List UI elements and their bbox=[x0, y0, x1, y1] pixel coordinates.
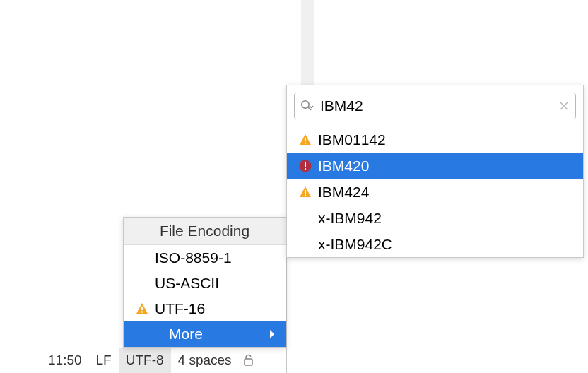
search-icon[interactable] bbox=[300, 100, 314, 112]
svg-line-4 bbox=[308, 107, 311, 110]
clear-icon[interactable] bbox=[558, 100, 570, 112]
svg-rect-11 bbox=[305, 168, 306, 170]
status-indent[interactable]: 4 spaces bbox=[171, 348, 239, 373]
search-input[interactable] bbox=[320, 97, 558, 114]
encoding-result-item[interactable]: IBM420 bbox=[287, 153, 583, 179]
encoding-result-item[interactable]: x-IBM942 bbox=[287, 205, 583, 231]
lock-icon[interactable] bbox=[239, 354, 258, 367]
encoding-item-label: US-ASCII bbox=[155, 275, 278, 292]
svg-rect-8 bbox=[305, 142, 306, 143]
encoding-result-label: IBM424 bbox=[318, 184, 369, 201]
warning-icon bbox=[298, 185, 318, 199]
encoding-result-label: IBM420 bbox=[318, 158, 369, 174]
encoding-item[interactable]: US-ASCII bbox=[124, 271, 286, 296]
encoding-result-label: x-IBM942C bbox=[318, 236, 392, 253]
search-box bbox=[294, 93, 576, 119]
encoding-result-label: x-IBM942 bbox=[318, 210, 382, 227]
encoding-result-label: IBM01142 bbox=[318, 131, 386, 148]
encoding-popup-title: File Encoding bbox=[124, 218, 286, 245]
warning-icon bbox=[135, 302, 155, 316]
encoding-result-item[interactable]: x-IBM942C bbox=[287, 231, 583, 257]
svg-point-3 bbox=[302, 101, 309, 108]
encoding-more-popup: IBM01142 IBM420 IBM424x-IBM942x-IBM942C bbox=[286, 85, 584, 258]
svg-rect-0 bbox=[245, 359, 252, 365]
encoding-item[interactable]: UTF-16 bbox=[124, 296, 286, 321]
encoding-item-label: More bbox=[169, 326, 269, 343]
error-icon bbox=[298, 159, 318, 173]
status-encoding[interactable]: UTF-8 bbox=[119, 348, 171, 373]
encoding-result-item[interactable]: IBM424 bbox=[287, 179, 583, 205]
svg-rect-7 bbox=[305, 138, 306, 141]
status-bar: 11:50 LF UTF-8 4 spaces bbox=[0, 348, 286, 373]
svg-rect-12 bbox=[305, 190, 306, 194]
warning-icon bbox=[298, 133, 318, 147]
encoding-item-label: ISO-8859-1 bbox=[155, 249, 278, 266]
svg-rect-13 bbox=[305, 194, 306, 196]
status-time[interactable]: 11:50 bbox=[41, 348, 89, 373]
chevron-right-icon bbox=[269, 329, 276, 339]
encoding-item[interactable]: ISO-8859-1 bbox=[124, 245, 286, 271]
encoding-result-item[interactable]: IBM01142 bbox=[287, 126, 583, 153]
svg-rect-2 bbox=[141, 312, 143, 313]
status-line-ending[interactable]: LF bbox=[89, 348, 119, 373]
encoding-item-label: UTF-16 bbox=[155, 300, 278, 317]
svg-rect-10 bbox=[305, 162, 306, 167]
encoding-popup: File Encoding ISO-8859-1US-ASCII UTF-16M… bbox=[123, 217, 286, 348]
svg-rect-1 bbox=[141, 307, 143, 310]
scrollbar-track[interactable] bbox=[301, 0, 314, 85]
encoding-item[interactable]: More bbox=[124, 321, 286, 347]
